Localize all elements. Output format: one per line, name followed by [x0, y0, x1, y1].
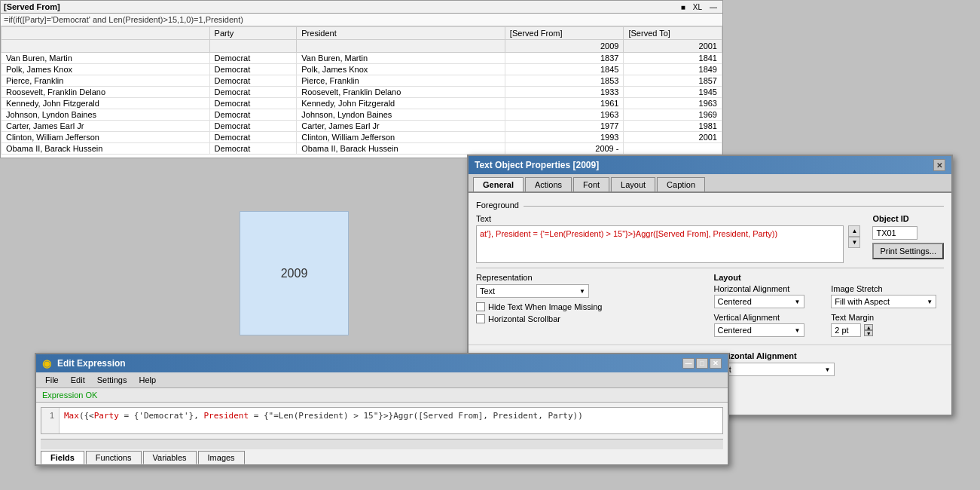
horiz-align-arrow: ▼ — [795, 299, 801, 305]
tab-layout[interactable]: Layout — [611, 177, 655, 191]
table-cell: Van Buren, Martin — [2, 53, 210, 64]
year-label: 2009 — [281, 267, 308, 280]
checkboxes-section: Hide Text When Image Missing Horizontal … — [476, 302, 707, 323]
object-id-field[interactable]: TX01 — [872, 226, 917, 240]
col-sub-from: 2009 — [505, 40, 624, 53]
table-row: Obama II, Barack HusseinDemocratObama II… — [2, 143, 722, 155]
print-settings-button[interactable]: Print Settings... — [872, 243, 944, 259]
table-cell: Roosevelt, Franklin Delano — [297, 87, 505, 98]
table-row: Clinton, William JeffersonDemocratClinto… — [2, 132, 722, 143]
table-cell: Pierce, Franklin — [297, 75, 505, 87]
expr-red-part: Max — [64, 411, 79, 421]
table-cell: Pierce, Franklin — [2, 75, 210, 87]
table-cell: Obama II, Barack Hussein — [297, 143, 505, 155]
data-table: Party President [Served From] [Served To… — [1, 26, 722, 155]
text-margin-spinner[interactable]: ▲ ▼ — [864, 324, 873, 336]
close-dialog-button[interactable]: ✕ — [710, 358, 722, 369]
image-stretch-arrow: ▼ — [927, 299, 933, 305]
table-cell: Polk, James Knox — [2, 64, 210, 75]
spin-up[interactable]: ▲ — [864, 324, 873, 330]
table-row: Kennedy, John FitzgeraldDemocratKennedy,… — [2, 98, 722, 109]
table-cell: Democrat — [209, 64, 297, 75]
dialog-tabs: General Actions Font Layout Caption — [469, 174, 951, 193]
table-cell: Democrat — [209, 75, 297, 87]
table-cell: Democrat — [209, 132, 297, 143]
table-cell: Democrat — [209, 109, 297, 121]
representation-combo[interactable]: Text ▼ — [476, 284, 589, 298]
formula-scrollbar[interactable]: ▲ ▼ — [848, 225, 860, 248]
horiz-scrollbar-checkbox[interactable] — [476, 314, 485, 323]
table-cell: 1841 — [624, 53, 722, 64]
horiz-align-value: Centered — [718, 297, 752, 306]
close-button[interactable]: ✕ — [933, 159, 945, 171]
menu-settings[interactable]: Settings — [91, 374, 133, 386]
col-sub-name — [2, 40, 210, 53]
vert-align-combo[interactable]: Centered ▼ — [714, 323, 804, 337]
table-cell: 2001 — [624, 132, 722, 143]
minimize-icon[interactable]: ■ — [679, 3, 688, 11]
spreadsheet-controls[interactable]: ■ XL — — [679, 3, 719, 11]
table-cell: 1963 — [505, 109, 624, 121]
expr-president: President — [203, 411, 249, 421]
tab-images[interactable]: Images — [198, 451, 245, 464]
table-cell: Democrat — [209, 53, 297, 64]
text-formula-box[interactable]: at'}, President = {'=Len(President) > 15… — [476, 225, 844, 263]
layout-section: Layout Horizontal Alignment Centered ▼ I… — [714, 273, 945, 337]
tab-actions[interactable]: Actions — [525, 177, 572, 191]
dialog-title-bar: Text Object Properties [2009] ✕ — [469, 156, 951, 174]
table-cell: 1977 — [505, 121, 624, 132]
horiz-align-combo[interactable]: Centered ▼ — [714, 295, 804, 308]
menu-bar: File Edit Settings Help — [36, 372, 728, 388]
restore-button[interactable]: □ — [696, 358, 708, 369]
scroll-up[interactable]: ▲ — [849, 226, 859, 237]
close-icon[interactable]: — — [707, 3, 719, 11]
tab-caption[interactable]: Caption — [657, 177, 705, 191]
text-margin-field[interactable]: 2 pt — [831, 323, 861, 337]
scroll-down[interactable]: ▼ — [849, 237, 859, 247]
minimize-button[interactable]: — — [682, 358, 695, 369]
tab-general[interactable]: General — [473, 177, 524, 191]
image-stretch-combo[interactable]: Fill with Aspect ▼ — [831, 295, 936, 308]
hide-text-label: Hide Text When Image Missing — [488, 302, 602, 311]
foreground-section: Foreground — [476, 201, 944, 210]
expression-content[interactable]: Max({<Party = {'Democrat'}, President = … — [60, 408, 722, 433]
table-row: Pierce, FranklinDemocratPierce, Franklin… — [2, 75, 722, 87]
table-cell: Kennedy, John Fitzgerald — [297, 98, 505, 109]
expression-editor[interactable]: 1 Max({<Party = {'Democrat'}, President … — [41, 407, 723, 434]
menu-file[interactable]: File — [39, 374, 65, 386]
menu-help[interactable]: Help — [133, 374, 162, 386]
horiz-align2-combo[interactable]: Left ▼ — [714, 363, 835, 376]
menu-edit[interactable]: Edit — [65, 374, 91, 386]
edit-expression-dialog: ◉ Edit Expression — □ ✕ File Edit Settin… — [35, 353, 729, 466]
spin-down[interactable]: ▼ — [864, 330, 873, 336]
representation-label: Representation — [476, 273, 707, 282]
expr-eq2: = {"=Len(President) > 15"}>}Aggr([Served… — [249, 411, 583, 421]
table-cell: 1845 — [505, 64, 624, 75]
horiz-scrollbar-label: Horizontal Scrollbar — [488, 314, 560, 323]
restore-icon[interactable]: XL — [691, 3, 704, 11]
line-number: 1 — [41, 408, 60, 433]
expression-status: Expression OK — [36, 388, 728, 403]
hide-text-checkbox[interactable] — [476, 302, 485, 311]
table-cell: Carter, James Earl Jr — [2, 121, 210, 132]
tab-font[interactable]: Font — [573, 177, 609, 191]
object-id-label: Object ID — [872, 214, 908, 223]
tab-fields[interactable]: Fields — [41, 451, 84, 464]
col-header-name — [2, 27, 210, 40]
col-header-served-to: [Served To] — [624, 27, 722, 40]
col-sub-president — [297, 40, 505, 53]
vert-align-value: Centered — [718, 326, 752, 335]
col-sub-party — [209, 40, 297, 53]
table-cell: 1933 — [505, 87, 624, 98]
image-stretch-section: Image Stretch Fill with Aspect ▼ — [831, 284, 944, 308]
table-row: Polk, James KnoxDemocratPolk, James Knox… — [2, 64, 722, 75]
vert-align-label: Vertical Alignment — [714, 313, 827, 322]
vert-align-arrow: ▼ — [795, 327, 801, 334]
horizontal-scrollbar[interactable] — [41, 439, 723, 449]
table-cell: 1945 — [624, 87, 722, 98]
expr-dialog-title: Edit Expression — [57, 358, 126, 369]
tab-functions[interactable]: Functions — [86, 451, 142, 464]
representation-section: Representation Text ▼ Hide Text When Ima… — [476, 273, 707, 337]
tab-variables[interactable]: Variables — [143, 451, 197, 464]
horiz-scrollbar-row: Horizontal Scrollbar — [476, 314, 707, 323]
